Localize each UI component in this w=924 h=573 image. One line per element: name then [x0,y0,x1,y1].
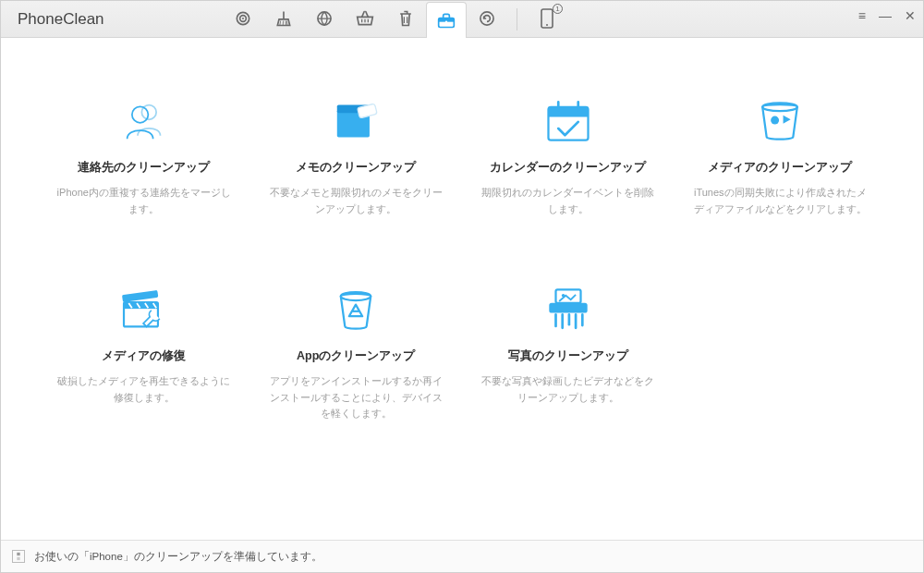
app-trash-icon [265,282,448,337]
shredder-icon [477,282,660,337]
svg-point-6 [445,20,447,22]
card-title: 連絡先のクリーンアップ [53,160,236,176]
svg-point-7 [480,12,493,25]
card-media-repair[interactable]: メディアの修復 破損したメディアを再生できるように修復します。 [47,282,241,422]
window-controls: ≡ — ✕ [858,8,916,23]
card-photo-cleanup[interactable]: 写真のクリーンアップ 不要な写真や録画したビデオなどをクリーンアップします。 [471,282,665,422]
svg-point-9 [546,24,548,26]
card-media-cleanup[interactable]: メディアのクリーンアップ iTunesの同期失敗により作成されたメディアファイル… [684,93,878,217]
toolbar-home[interactable] [223,1,263,38]
card-desc: iTunesの同期失敗により作成されたメディアファイルなどをクリアします。 [689,185,872,217]
svg-rect-23 [549,303,587,313]
svg-rect-21 [122,290,158,302]
toolbar-brush[interactable] [263,1,304,38]
menu-icon[interactable]: ≡ [858,8,866,23]
card-desc: 期限切れのカレンダーイベントを削除します。 [477,185,660,217]
svg-rect-27 [17,557,19,560]
card-title: Appのクリーンアップ [265,348,448,364]
toolbar-divider [517,8,517,30]
content: 連絡先のクリーンアップ iPhone内の重複する連絡先をマージします。 メモのク… [1,38,923,540]
contacts-icon [53,93,236,149]
clapper-icon [53,282,236,337]
status-text: お使いの「iPhone」のクリーンアップを準備しています。 [34,550,322,564]
svg-rect-16 [548,107,588,117]
media-cup-icon [689,93,872,149]
toolbar-toolbox[interactable] [426,2,467,39]
spinner-icon [12,550,25,563]
app-title: PhoneClean [1,10,158,29]
toolbar-trash[interactable] [385,1,426,38]
titlebar: PhoneClean 1 ≡ — ✕ [1,1,923,38]
card-app-cleanup[interactable]: Appのクリーンアップ アプリをアンインストールするか再インストールすることによ… [260,282,454,422]
toolbar-refresh[interactable] [467,1,507,38]
notes-icon [265,93,448,149]
card-title: メモのクリーンアップ [265,160,448,176]
svg-point-11 [132,106,149,123]
toolbar-device[interactable]: 1 [527,1,567,38]
toolbar-basket[interactable] [345,1,385,38]
feature-grid: 連絡先のクリーンアップ iPhone内の重複する連絡先をマージします。 メモのク… [47,93,877,422]
calendar-icon [477,93,660,149]
card-calendar-cleanup[interactable]: カレンダーのクリーンアップ 期限切れのカレンダーイベントを削除します。 [471,93,665,217]
card-desc: アプリをアンインストールするか再インストールすることにより、デバイスを軽くします… [265,373,448,422]
close-icon[interactable]: ✕ [905,8,916,23]
card-title: カレンダーのクリーンアップ [477,160,660,176]
toolbar: 1 [223,1,567,38]
card-title: メディアの修復 [53,348,236,364]
card-desc: 不要な写真や録画したビデオなどをクリーンアップします。 [477,373,660,406]
card-notes-cleanup[interactable]: メモのクリーンアップ 不要なメモと期限切れのメモをクリーンアップします。 [260,93,454,217]
statusbar: お使いの「iPhone」のクリーンアップを準備しています。 [1,540,923,572]
minimize-icon[interactable]: — [879,8,892,23]
card-title: 写真のクリーンアップ [477,348,660,364]
svg-point-18 [771,116,779,125]
svg-point-2 [242,18,244,19]
card-contacts-cleanup[interactable]: 連絡先のクリーンアップ iPhone内の重複する連絡先をマージします。 [47,93,241,217]
card-title: メディアのクリーンアップ [689,160,872,176]
toolbar-globe[interactable] [304,1,345,38]
device-badge: 1 [553,4,563,14]
card-desc: iPhone内の重複する連絡先をマージします。 [53,185,236,217]
card-desc: 不要なメモと期限切れのメモをクリーンアップします。 [265,185,448,217]
card-desc: 破損したメディアを再生できるように修復します。 [53,373,236,406]
svg-rect-26 [17,553,19,555]
